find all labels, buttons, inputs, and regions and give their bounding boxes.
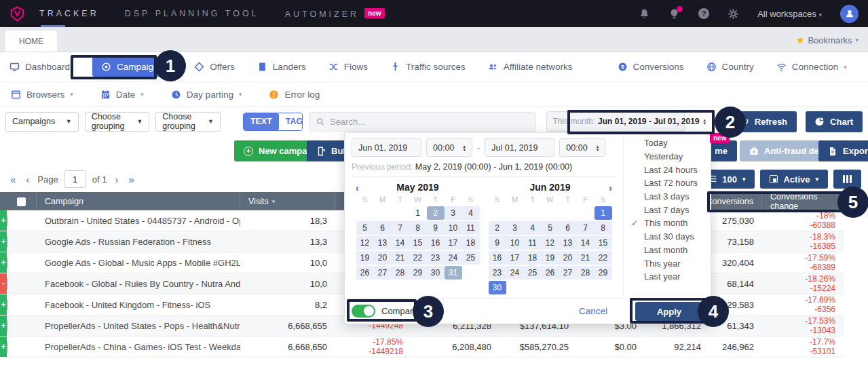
calendar-day[interactable]: 16	[427, 236, 445, 250]
cancel-button[interactable]: Cancel	[579, 306, 607, 316]
prev-page-button[interactable]: ‹	[24, 174, 31, 185]
calendar-day[interactable]: 1	[595, 206, 612, 220]
calendar-day[interactable]: 30	[427, 266, 445, 280]
tab-home[interactable]: HOME	[5, 31, 57, 52]
campaign-name[interactable]: PropellerAds - China - Games- iOS Test -…	[37, 342, 240, 352]
columns-button[interactable]	[833, 170, 861, 189]
table-row[interactable]: +PropellerAds - China - Games- iOS Test …	[0, 337, 844, 358]
calendar-day[interactable]: 3	[506, 221, 524, 235]
status-minus-indicator[interactable]: -	[0, 273, 7, 294]
calendar-day[interactable]: 17	[506, 251, 524, 265]
brand-logo-icon[interactable]	[10, 5, 26, 22]
calendar-day[interactable]: 10	[445, 221, 462, 235]
nav-item-landers[interactable]: Landers	[257, 62, 306, 72]
column-header-conversions[interactable]: Conversions	[709, 192, 762, 211]
bookmarks-dropdown[interactable]: ★ Bookmarks ▾	[796, 35, 863, 45]
page-number-input[interactable]	[64, 170, 86, 188]
preset-yesterday[interactable]: Yesterday	[624, 150, 711, 164]
status-plus-indicator[interactable]: +	[0, 231, 7, 252]
row-checkbox[interactable]	[7, 236, 8, 248]
calendar-day[interactable]: 7	[577, 221, 595, 235]
calendar-day[interactable]: 10	[506, 236, 524, 250]
bulb-icon[interactable]	[668, 8, 680, 20]
calendar-day[interactable]: 5	[356, 221, 374, 235]
campaign-name[interactable]: Facebook - Global - Rules By Country - N…	[37, 279, 240, 289]
calendar-day[interactable]: 4	[524, 221, 542, 235]
row-checkbox[interactable]	[7, 257, 8, 269]
next-month-arrow[interactable]: ›	[609, 182, 612, 193]
calendar-day[interactable]: 21	[392, 251, 409, 265]
apply-button[interactable]: Apply	[635, 302, 703, 321]
compare-toggle[interactable]	[352, 305, 375, 318]
end-date-input[interactable]: Jul 01, 2019	[485, 138, 554, 157]
preset-last-month[interactable]: Last month	[624, 244, 711, 257]
last-page-button[interactable]: »	[126, 174, 136, 185]
preset-last-year[interactable]: Last year	[624, 270, 711, 284]
preset-last-7-days[interactable]: Last 7 days	[624, 203, 711, 216]
nav-item-connection[interactable]: Connection▾	[776, 62, 847, 72]
calendar-day[interactable]: 14	[392, 236, 409, 250]
calendar-day[interactable]: 5	[542, 221, 559, 235]
calendar-day[interactable]: 24	[506, 266, 524, 280]
preset-last-72-hours[interactable]: Last 72 hours	[624, 176, 711, 190]
calendar-day[interactable]: 25	[524, 266, 542, 280]
status-filter-button[interactable]: Active ▾	[760, 170, 828, 189]
column-header-visits[interactable]: Visits▾	[240, 192, 335, 211]
calendar-day[interactable]: 11	[462, 221, 480, 235]
calendar-day[interactable]: 1	[409, 206, 427, 220]
start-date-input[interactable]: Jun 01, 2019	[352, 138, 421, 157]
calendar-day[interactable]: 20	[559, 251, 577, 265]
calendar-day[interactable]: 7	[392, 221, 409, 235]
preset-last-30-days[interactable]: Last 30 days	[624, 230, 711, 244]
calendar-day[interactable]: 21	[577, 251, 595, 265]
campaign-name[interactable]: Outbrain - United States - 04485737 - An…	[37, 216, 240, 226]
nav-item-dashboard[interactable]: Dashboard	[10, 62, 70, 72]
preset-today[interactable]: Today	[624, 136, 711, 150]
calendar-day[interactable]: 23	[489, 266, 506, 280]
calendar-day[interactable]: 8	[595, 221, 612, 235]
calendar-day[interactable]: 30	[489, 281, 506, 294]
column-header-conversions-change[interactable]: Conversions change	[762, 192, 844, 211]
calendar-day[interactable]: 26	[356, 266, 374, 280]
calendar-day[interactable]: 2	[489, 221, 506, 235]
brand-tracker[interactable]: TRACKER	[39, 9, 99, 18]
workspaces-dropdown[interactable]: All workspaces ▾	[757, 9, 822, 19]
date-range-field[interactable]: This month: Jun 01, 2019 - Jul 01, 2019 …	[546, 111, 685, 132]
campaign-name[interactable]: PropellerAds - United States - Pops - He…	[37, 321, 240, 331]
settings-gear-icon[interactable]	[728, 8, 739, 20]
calendar-day[interactable]: 24	[445, 251, 462, 265]
calendar-day[interactable]: 31	[445, 266, 462, 280]
calendar-day[interactable]: 15	[595, 236, 612, 250]
calendar-day[interactable]: 9	[427, 221, 445, 235]
preset-last-3-days[interactable]: Last 3 days	[624, 190, 711, 204]
start-time-input[interactable]: 00:00▴▾	[426, 138, 472, 157]
grouping-select-2[interactable]: Choose grouping▼	[155, 112, 221, 132]
calendar-day[interactable]: 20	[374, 251, 392, 265]
calendar-day[interactable]: 25	[462, 251, 480, 265]
calendar-day[interactable]: 12	[356, 236, 374, 250]
search-mode-tags[interactable]: TAGS	[279, 113, 303, 130]
calendar-day[interactable]: 13	[559, 236, 577, 250]
calendar-day[interactable]: 28	[392, 266, 409, 280]
preset-last-24-hours[interactable]: Last 24 hours	[624, 163, 711, 176]
column-header-campaign[interactable]: Campaign	[37, 192, 240, 211]
calendar-day[interactable]: 17	[445, 236, 462, 250]
row-checkbox[interactable]	[7, 341, 8, 353]
calendar-day[interactable]: 12	[542, 236, 559, 250]
calendar-day[interactable]: 28	[577, 266, 595, 280]
row-checkbox[interactable]	[7, 320, 8, 332]
calendar-day[interactable]: 9	[489, 236, 506, 250]
calendar-day[interactable]: 26	[542, 266, 559, 280]
select-all-checkbox[interactable]	[17, 197, 26, 206]
nav-item-affiliate-networks[interactable]: Affiliate networks	[488, 62, 573, 72]
preset-this-month[interactable]: ✓This month	[624, 216, 711, 230]
row-checkbox[interactable]	[7, 299, 8, 311]
search-mode-text[interactable]: TEXT	[244, 113, 279, 130]
row-checkbox[interactable]	[7, 215, 8, 227]
chart-button[interactable]: Chart	[806, 111, 863, 132]
calendar-day[interactable]: 3	[445, 206, 462, 220]
bell-icon[interactable]	[639, 8, 650, 20]
nav-item-conversions[interactable]: $Conversions	[618, 62, 684, 72]
calendar-day[interactable]: 11	[524, 236, 542, 250]
calendar-day[interactable]: 27	[374, 266, 392, 280]
